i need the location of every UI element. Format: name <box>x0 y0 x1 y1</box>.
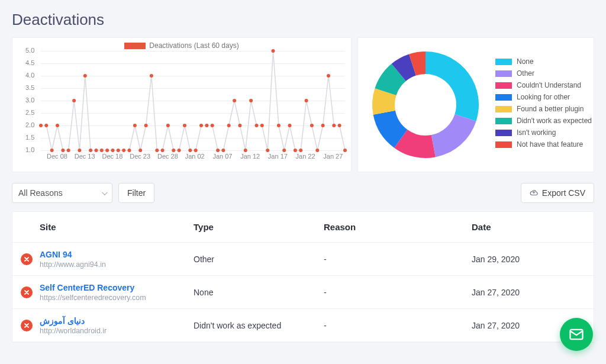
legend-label: Other <box>517 69 534 78</box>
table-row[interactable]: دنیای آموزشhttp://worldandroid.irDidn't … <box>12 309 594 342</box>
donut-chart-card: NoneOtherCouldn't UnderstandLooking for … <box>357 37 594 172</box>
svg-point-45 <box>288 124 292 127</box>
donut-legend-item[interactable]: Didn't work as expected <box>495 117 592 125</box>
y-tick-label: 4.5 <box>25 59 34 66</box>
col-site: Site <box>40 222 194 232</box>
cell-type: Other <box>194 255 324 264</box>
y-tick-label: 2.0 <box>25 121 34 128</box>
cell-type: Didn't work as expected <box>194 321 324 330</box>
mail-icon <box>568 326 585 343</box>
svg-point-35 <box>233 99 236 102</box>
legend-label: Not have that feature <box>517 140 583 149</box>
legend-swatch <box>495 141 512 148</box>
svg-point-11 <box>100 149 104 152</box>
y-tick-label: 3.0 <box>25 96 34 104</box>
y-tick-label: 1.5 <box>25 134 34 141</box>
donut-legend-item[interactable]: Isn't working <box>495 128 592 137</box>
svg-point-26 <box>183 124 186 127</box>
cell-type: None <box>194 288 324 297</box>
close-icon[interactable] <box>21 320 33 331</box>
filter-button[interactable]: Filter <box>118 183 154 203</box>
svg-point-31 <box>211 124 214 127</box>
svg-point-21 <box>155 149 159 152</box>
svg-point-32 <box>216 149 220 152</box>
legend-label: Looking for other <box>517 93 570 101</box>
col-date: Date <box>472 222 594 232</box>
x-tick-label: Dec 28 <box>157 153 178 160</box>
y-tick-label: 3.5 <box>25 84 34 91</box>
x-tick-label: Dec 18 <box>102 153 123 160</box>
legend-label: None <box>517 57 534 66</box>
svg-point-52 <box>327 74 330 78</box>
donut-chart <box>366 46 485 164</box>
svg-point-12 <box>105 149 109 152</box>
legend-label: Couldn't Understand <box>517 81 581 89</box>
close-icon[interactable] <box>21 286 33 298</box>
line-chart-legend: Deactivations (Last 60 days) <box>17 41 346 50</box>
close-icon[interactable] <box>21 253 33 265</box>
svg-point-44 <box>282 149 286 152</box>
reasons-select[interactable]: All Reasons <box>12 183 112 203</box>
x-tick-label: Jan 27 <box>323 153 343 160</box>
svg-point-34 <box>227 124 231 127</box>
site-name-link[interactable]: Self CenterED Recovery <box>40 283 188 292</box>
table-row[interactable]: AGNI 94http://www.agni94.inOther-Jan 29,… <box>12 243 594 276</box>
svg-point-19 <box>144 124 148 127</box>
y-tick-label: 5.0 <box>25 47 34 54</box>
export-csv-button[interactable]: Export CSV <box>521 183 594 203</box>
table-row[interactable]: Self CenterED Recoveryhttps://selfcenter… <box>12 276 594 309</box>
svg-point-49 <box>310 124 314 127</box>
svg-point-38 <box>249 99 253 102</box>
legend-label: Didn't work as expected <box>517 117 592 125</box>
svg-point-14 <box>117 149 120 152</box>
donut-legend-item[interactable]: None <box>495 57 592 66</box>
legend-swatch <box>495 130 512 136</box>
donut-legend-item[interactable]: Looking for other <box>495 93 592 101</box>
svg-point-0 <box>39 124 43 127</box>
svg-point-46 <box>294 149 297 152</box>
svg-point-40 <box>260 124 264 127</box>
contact-fab[interactable] <box>560 318 593 351</box>
svg-point-54 <box>338 124 341 127</box>
line-chart-plot: 1.01.52.02.53.03.54.04.55.0Dec 08Dec 13D… <box>17 51 346 162</box>
svg-point-39 <box>255 124 259 127</box>
x-tick-label: Dec 23 <box>130 153 150 160</box>
site-name-link[interactable]: AGNI 94 <box>40 250 188 259</box>
line-chart-title: Deactivations (Last 60 days) <box>149 41 238 50</box>
x-tick-label: Jan 07 <box>212 153 232 160</box>
svg-point-23 <box>166 124 170 127</box>
legend-swatch <box>495 106 512 112</box>
y-tick-label: 4.0 <box>25 72 34 79</box>
chevron-down-icon <box>102 189 108 195</box>
export-csv-label: Export CSV <box>542 188 585 198</box>
cell-reason: - <box>324 321 472 330</box>
legend-swatch <box>124 43 146 49</box>
donut-legend-item[interactable]: Couldn't Understand <box>495 81 592 89</box>
x-tick-label: Dec 08 <box>47 153 67 160</box>
legend-swatch <box>495 59 512 65</box>
site-name-link[interactable]: دنیای آموزش <box>40 316 188 326</box>
svg-point-8 <box>83 74 87 78</box>
legend-swatch <box>495 82 512 89</box>
donut-legend-item[interactable]: Not have that feature <box>495 140 592 149</box>
legend-label: Isn't working <box>517 128 556 137</box>
svg-point-43 <box>277 124 281 127</box>
svg-point-6 <box>72 99 76 102</box>
donut-legend-item[interactable]: Found a better plugin <box>495 105 592 113</box>
svg-point-17 <box>133 124 137 127</box>
cell-reason: - <box>324 288 472 297</box>
svg-point-33 <box>221 149 225 152</box>
x-tick-label: Dec 13 <box>75 153 95 160</box>
x-tick-label: Jan 02 <box>185 153 205 160</box>
cell-reason: - <box>324 255 472 264</box>
x-tick-label: Jan 22 <box>296 153 315 160</box>
site-url: http://www.agni94.in <box>40 260 188 269</box>
svg-point-3 <box>56 124 59 127</box>
legend-swatch <box>495 94 512 101</box>
svg-point-28 <box>194 149 198 152</box>
svg-point-53 <box>332 124 336 127</box>
svg-point-4 <box>61 149 65 152</box>
svg-point-1 <box>44 124 48 127</box>
donut-legend-item[interactable]: Other <box>495 69 592 78</box>
svg-point-51 <box>321 124 325 127</box>
